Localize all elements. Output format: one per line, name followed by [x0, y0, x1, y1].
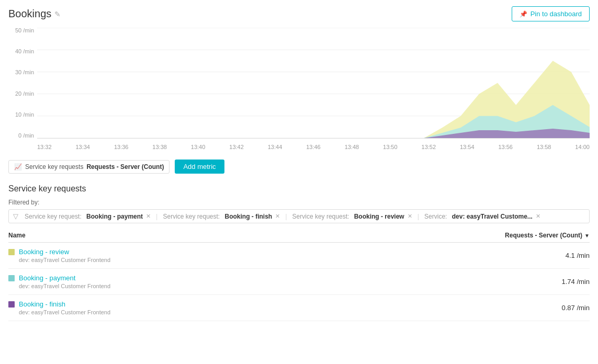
x-label-1342: 13:42	[229, 144, 244, 150]
x-label-1356: 13:56	[498, 144, 513, 150]
remove-chip-payment[interactable]: ✕	[146, 213, 151, 220]
y-label-10: 10 /min	[15, 112, 34, 118]
row-name-finish[interactable]: Booking - finish	[19, 300, 65, 308]
row-value-payment: 1.74 /min	[562, 278, 590, 286]
row-sub-finish: dev: easyTravel Customer Frontend	[19, 309, 110, 315]
table-row: Booking - finish dev: easyTravel Custome…	[8, 295, 590, 321]
remove-chip-finish[interactable]: ✕	[275, 213, 280, 220]
page-container: Bookings ✎ 📌 Pin to dashboard 50 /min 40…	[0, 0, 598, 327]
chart-y-axis: 50 /min 40 /min 30 /min 20 /min 10 /min …	[8, 28, 37, 139]
filter-icon: ▽	[13, 212, 18, 220]
filter-chip-review: Service key request: Booking - review ✕	[290, 213, 414, 220]
chart-container: 50 /min 40 /min 30 /min 20 /min 10 /min …	[8, 28, 590, 153]
table-row: Booking - review dev: easyTravel Custome…	[8, 243, 590, 269]
col-name-header: Name	[8, 232, 26, 239]
y-label-20: 20 /min	[15, 91, 34, 97]
col-requests-header[interactable]: Requests - Server (Count) ▼	[505, 232, 590, 239]
x-label-1348: 13:48	[345, 144, 359, 150]
chart-x-axis: 13:32 13:34 13:36 13:38 13:40 13:42 13:4…	[37, 141, 590, 153]
y-label-30: 30 /min	[15, 70, 34, 75]
page-title: Bookings ✎	[8, 8, 61, 20]
edit-icon[interactable]: ✎	[54, 10, 61, 18]
filter-bar: ▽ Service key request: Booking - payment…	[8, 209, 590, 223]
filter-label: Filtered by:	[8, 199, 590, 206]
table-header: Name Requests - Server (Count) ▼	[8, 232, 590, 243]
sort-icon: ▼	[584, 233, 590, 238]
row-name-payment[interactable]: Booking - payment	[19, 274, 75, 282]
x-label-1400: 14:00	[575, 144, 590, 150]
row-sub-review: dev: easyTravel Customer Frontend	[19, 257, 110, 263]
x-label-1358: 13:58	[537, 144, 551, 150]
filter-chip-finish: Service key request: Booking - finish ✕	[161, 213, 282, 220]
x-label-1354: 13:54	[460, 144, 475, 150]
x-label-1352: 13:52	[422, 144, 436, 150]
pin-icon: 📌	[520, 10, 527, 18]
chart-plot	[37, 28, 590, 139]
row-sub-payment: dev: easyTravel Customer Frontend	[19, 283, 110, 289]
x-label-1346: 13:46	[306, 144, 321, 150]
metric-legend: 📈 Service key requests Requests - Server…	[8, 160, 170, 174]
row-name-review[interactable]: Booking - review	[19, 248, 69, 256]
section-title: Service key requests	[8, 184, 590, 194]
x-label-1332: 13:32	[37, 144, 52, 150]
x-label-1344: 13:44	[268, 144, 283, 150]
title-text: Bookings	[8, 8, 51, 20]
y-label-50: 50 /min	[15, 28, 34, 33]
color-indicator-finish	[8, 301, 15, 308]
x-label-1340: 13:40	[191, 144, 206, 150]
pin-button-label: Pin to dashboard	[531, 10, 582, 18]
row-value-finish: 0.87 /min	[562, 304, 590, 312]
x-label-1338: 13:38	[152, 144, 167, 150]
metric-name: Requests - Server (Count)	[86, 163, 164, 170]
x-label-1334: 13:34	[75, 144, 90, 150]
add-metric-button[interactable]: Add metric	[175, 160, 224, 174]
remove-chip-review[interactable]: ✕	[408, 213, 412, 220]
x-label-1350: 13:50	[383, 144, 398, 150]
pin-to-dashboard-button[interactable]: 📌 Pin to dashboard	[512, 6, 590, 21]
color-indicator-review	[8, 249, 15, 255]
row-value-review: 4.1 /min	[566, 252, 590, 259]
table-row: Booking - payment dev: easyTravel Custom…	[8, 269, 590, 295]
chart-svg	[37, 28, 590, 138]
color-indicator-payment	[8, 275, 15, 281]
remove-chip-service[interactable]: ✕	[536, 213, 540, 220]
y-label-40: 40 /min	[15, 49, 34, 54]
y-label-0: 0 /min	[18, 133, 34, 139]
chart-icon: 📈	[14, 163, 22, 170]
header: Bookings ✎ 📌 Pin to dashboard	[8, 6, 590, 21]
filter-chip-service: Service: dev: easyTravel Custome... ✕	[422, 213, 543, 220]
filter-chip-payment: Service key request: Booking - payment ✕	[22, 213, 153, 220]
metric-row: 📈 Service key requests Requests - Server…	[8, 160, 590, 174]
metric-prefix: Service key requests	[25, 163, 83, 170]
x-label-1336: 13:36	[114, 144, 129, 150]
